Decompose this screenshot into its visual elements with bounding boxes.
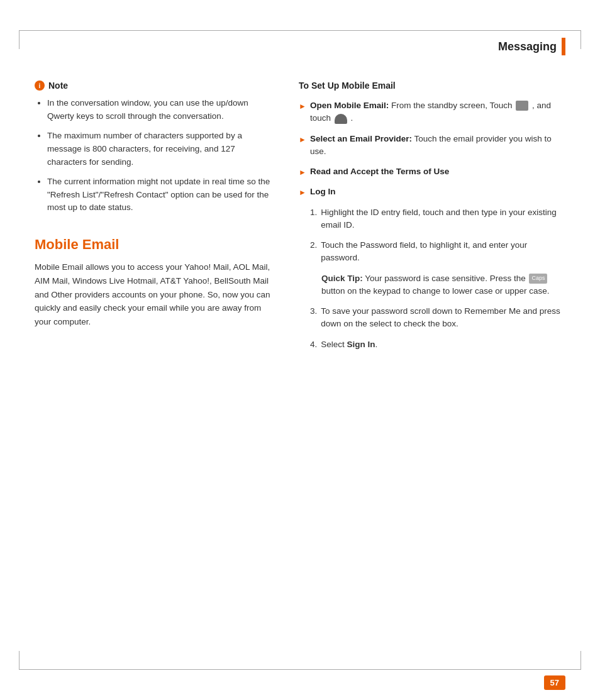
list-item: In the conversation window, you can use … [47,97,274,123]
step-text: Select an Email Provider: Touch the emai… [310,133,565,158]
sub-step-2: 2. Touch the Password field, to highligh… [310,239,565,265]
arrow-icon: ► [299,134,306,145]
sub-step-4: 4. Select Sign In. [310,338,565,351]
note-list: In the conversation window, you can use … [35,97,274,214]
step-log-in: ► Log In [299,186,565,198]
step-bold: Log In [310,187,336,196]
sign-in-label: Sign In [347,340,375,349]
page-border-bottom [19,669,581,670]
step-text: Read and Accept the Terms of Use [310,165,449,178]
mobile-email-section: Mobile Email Mobile Email allows you to … [35,236,274,328]
list-item: The current information might not update… [47,175,274,215]
left-column: i Note In the conversation window, you c… [35,81,274,358]
page-border-left-top [19,30,19,49]
step-text: Open Mobile Email: From the standby scre… [310,99,565,125]
page-number: 57 [544,675,565,690]
note-label: Note [48,81,68,91]
menu-grid-icon [516,101,528,111]
sub-step-text: Select Sign In. [321,338,377,351]
arrow-icon: ► [299,167,306,178]
mobile-email-title: Mobile Email [35,236,274,253]
quick-tip-label: Quick Tip: [321,274,363,283]
page-border-right-bottom [581,651,581,670]
sub-step-3: 3. To save your password scroll down to … [310,305,565,331]
header-accent-bar [562,38,565,55]
sub-step-1: 1. Highlight the ID entry field, touch a… [310,206,565,232]
sub-step-text: Highlight the ID entry field, touch and … [321,206,565,232]
main-content: i Note In the conversation window, you c… [0,68,600,396]
mobile-email-body: Mobile Email allows you to access your Y… [35,260,274,328]
sub-step-text: Touch the Password field, to highlight i… [321,239,565,265]
header-title-container: Messaging [498,38,565,55]
note-icon: i [35,81,45,91]
page-title: Messaging [498,40,562,53]
page-border-left-bottom [19,651,19,670]
step-open-mobile-email: ► Open Mobile Email: From the standby sc… [299,99,565,125]
log-in-substeps: 1. Highlight the ID entry field, touch a… [310,206,565,351]
step-number: 4. [310,338,317,351]
email-icon [335,114,347,124]
step-number: 1. [310,206,317,219]
page-border-right-top [581,30,581,49]
page-border-top [19,30,581,31]
page-number-container: 57 [544,678,565,687]
quick-tip: Quick Tip: Your password is case sensiti… [321,272,565,298]
caps-button-icon: Caps [529,274,547,284]
right-column: To Set Up Mobile Email ► Open Mobile Ema… [299,81,565,358]
arrow-icon: ► [299,187,306,198]
step-text: Log In [310,186,336,198]
sub-step-text: To save your password scroll down to Rem… [321,305,565,331]
list-item: The maximum number of characters support… [47,130,274,169]
note-section: i Note In the conversation window, you c… [35,81,274,214]
step-read-terms: ► Read and Accept the Terms of Use [299,165,565,178]
step-number: 3. [310,305,317,318]
step-bold: Open Mobile Email: [310,101,389,110]
note-title: i Note [35,81,274,91]
step-bold: Read and Accept the Terms of Use [310,167,449,176]
step-select-email-provider: ► Select an Email Provider: Touch the em… [299,133,565,158]
step-number: 2. [310,239,317,252]
step-bold: Select an Email Provider: [310,134,412,143]
page-header: Messaging [0,0,600,68]
arrow-icon: ► [299,101,306,112]
setup-title: To Set Up Mobile Email [299,81,565,91]
